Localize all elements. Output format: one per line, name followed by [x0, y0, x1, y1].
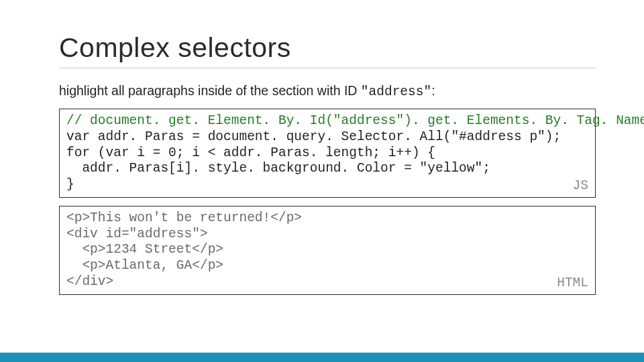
code-line: <p>1234 Street</p>: [66, 242, 223, 257]
slide: Complex selectors highlight all paragrap…: [0, 0, 644, 362]
slide-title: Complex selectors: [59, 32, 596, 68]
subtitle-code: "address": [361, 84, 431, 99]
code-box-js: // document. get. Element. By. Id("addre…: [59, 109, 596, 198]
lang-badge-js: JS: [573, 178, 588, 194]
code-line: var addr. Paras = document. query. Selec…: [66, 129, 561, 144]
code-line: <p>Atlanta, GA</p>: [66, 258, 223, 273]
slide-subtitle: highlight all paragraphs inside of the s…: [59, 83, 596, 99]
code-comment: // document. get. Element. By. Id("addre…: [66, 113, 644, 128]
code-line: <p>This won't be returned!</p>: [66, 210, 302, 225]
code-line: </div>: [66, 274, 113, 289]
code-box-html: <p>This won't be returned!</p> <div id="…: [59, 206, 596, 295]
code-line: }: [66, 177, 74, 192]
code-line: addr. Paras[i]. style. background. Color…: [66, 161, 490, 176]
subtitle-text: highlight all paragraphs inside of the s…: [59, 83, 361, 98]
lang-badge-html: HTML: [557, 276, 588, 292]
code-line: for (var i = 0; i < addr. Paras. length;…: [66, 145, 435, 160]
footer-accent-bar: [0, 353, 644, 362]
subtitle-suffix: :: [431, 83, 435, 98]
code-line: <div id="address">: [66, 227, 208, 241]
